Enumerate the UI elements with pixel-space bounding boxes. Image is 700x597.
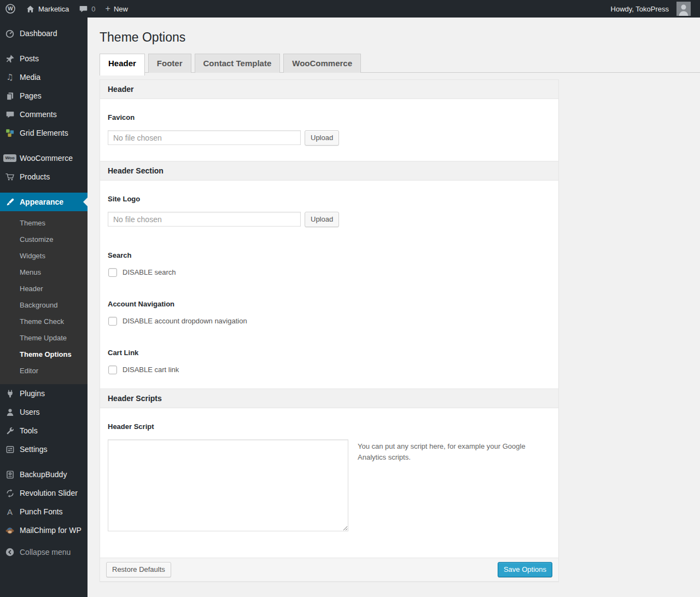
sidebar-item-pages[interactable]: Pages	[0, 86, 88, 105]
sidebar-item-grid-elements[interactable]: Grid Elements	[0, 124, 88, 142]
home-icon	[26, 4, 35, 14]
plug-icon	[4, 388, 15, 399]
site-name-link[interactable]: Marketica	[21, 0, 74, 18]
admin-sidebar: Dashboard Posts ♫ Media Pages Comments	[0, 18, 88, 597]
disable-cart-link-checkbox[interactable]	[108, 366, 117, 374]
user-icon	[4, 407, 15, 418]
svg-text:W: W	[8, 6, 13, 11]
page-title: Theme Options	[100, 18, 700, 45]
tab-woocommerce[interactable]: WooCommerce	[283, 54, 361, 73]
save-options-button[interactable]: Save Options	[498, 562, 552, 577]
submenu-item-theme-options[interactable]: Theme Options	[0, 346, 88, 363]
wordpress-logo-menu[interactable]: W	[0, 0, 21, 18]
tab-contact-template[interactable]: Contact Template	[195, 54, 281, 73]
submenu-item-themes[interactable]: Themes	[0, 215, 88, 231]
submenu-item-header[interactable]: Header	[0, 281, 88, 297]
appearance-submenu: Themes Customize Widgets Menus Header Ba…	[0, 211, 88, 384]
submenu-item-theme-update[interactable]: Theme Update	[0, 330, 88, 346]
section-header-body: Favicon Upload	[100, 99, 558, 161]
settings-sliders-icon	[4, 444, 15, 455]
pushpin-icon	[4, 53, 15, 64]
disable-account-nav-checkbox[interactable]	[108, 317, 117, 326]
header-script-label: Header Script	[108, 422, 551, 431]
sidebar-item-plugins[interactable]: Plugins	[0, 384, 88, 403]
disable-search-checkbox[interactable]	[108, 268, 117, 277]
pages-icon	[4, 90, 15, 101]
collapse-menu-button[interactable]: Collapse menu	[0, 543, 88, 561]
submenu-item-editor[interactable]: Editor	[0, 363, 88, 379]
account-menu[interactable]: Howdy, TokoPress	[606, 0, 696, 18]
grid-elements-icon	[4, 127, 15, 138]
sidebar-item-appearance[interactable]: Appearance	[0, 193, 88, 211]
sidebar-item-comments[interactable]: Comments	[0, 105, 88, 124]
sidebar-item-backupbuddy[interactable]: BackupBuddy	[0, 465, 88, 484]
cart-link-label: Cart Link	[108, 349, 551, 357]
sidebar-item-posts[interactable]: Posts	[0, 49, 88, 68]
submenu-item-widgets[interactable]: Widgets	[0, 248, 88, 264]
media-icon: ♫	[4, 72, 15, 83]
submenu-item-menus[interactable]: Menus	[0, 264, 88, 281]
sidebar-item-users[interactable]: Users	[0, 403, 88, 421]
refresh-arrows-icon	[4, 488, 15, 499]
favicon-upload-button[interactable]: Upload	[305, 130, 339, 146]
search-label: Search	[108, 251, 551, 259]
sidebar-item-woocommerce[interactable]: Woo WooCommerce	[0, 149, 88, 167]
comment-count: 0	[91, 5, 95, 13]
section-header-scripts-title: Header Scripts	[100, 389, 558, 408]
section-header-section-body: Site Logo Upload Search DISABLE search A…	[100, 181, 558, 389]
plus-icon: +	[106, 4, 110, 13]
sidebar-item-settings[interactable]: Settings	[0, 440, 88, 459]
favicon-label: Favicon	[108, 113, 551, 121]
dashboard-icon	[4, 28, 15, 39]
disable-account-nav-checkbox-label[interactable]: DISABLE account dropdown navigation	[122, 317, 247, 325]
comments-shortcut[interactable]: 0	[74, 0, 100, 18]
account-navigation-label: Account Navigation	[108, 300, 551, 308]
sidebar-item-revolution-slider[interactable]: Revolution Slider	[0, 484, 88, 502]
wrench-icon	[4, 425, 15, 436]
avatar	[676, 2, 691, 16]
panel-action-bar: Restore Defaults Save Options	[100, 558, 558, 581]
submenu-item-customize[interactable]: Customize	[0, 231, 88, 248]
favicon-file-input[interactable]	[108, 130, 301, 145]
submenu-item-background[interactable]: Background	[0, 297, 88, 314]
disable-search-checkbox-label[interactable]: DISABLE search	[122, 268, 176, 276]
sidebar-item-punch-fonts[interactable]: A Punch Fonts	[0, 502, 88, 521]
theme-options-panel: Header Favicon Upload Header Section Sit…	[100, 79, 559, 582]
tab-header[interactable]: Header	[100, 54, 145, 76]
section-header-scripts-body: Header Script You can put any script her…	[100, 408, 558, 558]
new-label: New	[114, 5, 128, 13]
appearance-brush-icon	[4, 196, 15, 207]
section-header-title: Header	[100, 80, 558, 99]
comments-icon	[4, 109, 15, 120]
tab-bar: Header Footer Contact Template WooCommer…	[100, 54, 700, 73]
header-script-textarea[interactable]	[108, 439, 348, 531]
site-name-label: Marketica	[38, 5, 69, 13]
sidebar-item-products[interactable]: Products	[0, 167, 88, 186]
mailchimp-monkey-icon	[4, 525, 15, 536]
site-logo-label: Site Logo	[108, 195, 551, 203]
header-script-description: You can put any script here, for example…	[358, 439, 527, 463]
site-logo-upload-button[interactable]: Upload	[305, 212, 339, 227]
woocommerce-icon: Woo	[4, 153, 15, 164]
submenu-item-theme-check[interactable]: Theme Check	[0, 314, 88, 330]
site-logo-file-input[interactable]	[108, 212, 301, 227]
section-header-section-title: Header Section	[100, 161, 558, 181]
backup-drive-icon	[4, 469, 15, 480]
sidebar-item-mailchimp[interactable]: MailChimp for WP	[0, 521, 88, 540]
new-content-menu[interactable]: + New	[101, 0, 133, 18]
main-content: Theme Options Header Footer Contact Temp…	[88, 18, 700, 597]
disable-cart-link-checkbox-label[interactable]: DISABLE cart link	[122, 366, 179, 374]
tab-footer[interactable]: Footer	[148, 54, 191, 73]
wordpress-logo-icon: W	[5, 3, 16, 14]
sidebar-item-tools[interactable]: Tools	[0, 421, 88, 440]
comment-bubble-icon	[79, 4, 88, 14]
sidebar-item-dashboard[interactable]: Dashboard	[0, 24, 88, 43]
collapse-arrow-icon	[4, 547, 15, 558]
letter-a-icon: A	[4, 506, 15, 517]
cart-icon	[4, 171, 15, 182]
restore-defaults-button[interactable]: Restore Defaults	[106, 562, 171, 577]
sidebar-item-media[interactable]: ♫ Media	[0, 68, 88, 86]
admin-bar: W Marketica 0 + New Howdy, TokoPress	[0, 0, 700, 18]
howdy-label: Howdy, TokoPress	[611, 5, 669, 13]
